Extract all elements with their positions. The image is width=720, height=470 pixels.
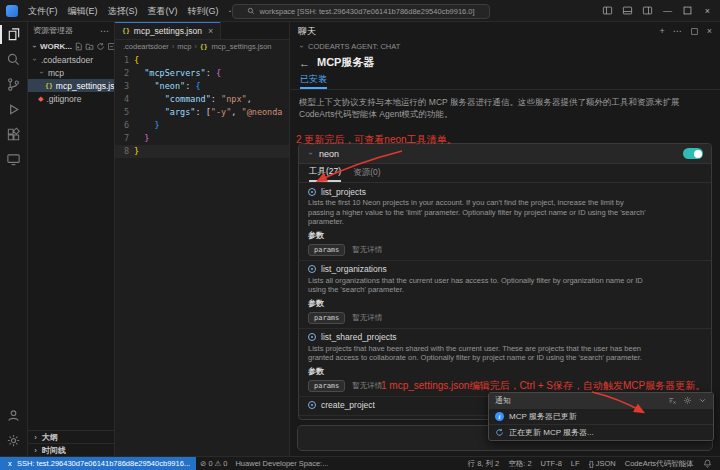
code-line[interactable]: 5 "args": ["-y", "@neonda bbox=[115, 106, 289, 119]
activity-item-run-debug[interactable] bbox=[0, 97, 28, 122]
command-center[interactable]: workspace [SSH: test.296430d7e06141b786d… bbox=[232, 4, 490, 19]
tree-item-.codeartsdoer[interactable]: ›.codeartsdoer bbox=[28, 53, 114, 66]
new-folder-icon[interactable] bbox=[85, 42, 94, 51]
tool-item-list_organizations[interactable]: list_organizationsLists all organization… bbox=[299, 261, 711, 329]
minimize-icon[interactable]: — bbox=[661, 4, 674, 17]
status-item[interactable]: 行 8, 列 2 bbox=[463, 459, 504, 469]
activity-item-search[interactable] bbox=[0, 47, 28, 72]
tool-description: Lists all organizations that the current… bbox=[308, 276, 702, 295]
tool-item-list_projects[interactable]: list_projectsLists the first 10 Neon pro… bbox=[299, 183, 711, 261]
chevron-down-icon: › bbox=[37, 69, 46, 76]
minimize-icon: — bbox=[663, 6, 672, 16]
code-line[interactable]: 4 "command": "npx", bbox=[115, 93, 289, 106]
maximize-icon[interactable] bbox=[681, 4, 694, 17]
activity-item-settings[interactable] bbox=[0, 428, 28, 453]
error-icon: ⊘ bbox=[200, 459, 206, 468]
code-text: } bbox=[134, 132, 149, 145]
mcp-page-header: ← MCP服务器 bbox=[290, 52, 720, 71]
chevron-down-icon: › bbox=[297, 43, 306, 50]
close-icon[interactable]: × bbox=[208, 26, 213, 36]
status-item[interactable]: UTF-8 bbox=[536, 459, 566, 468]
workspace-actions bbox=[74, 42, 115, 51]
menu-item[interactable]: 转到(G) bbox=[183, 0, 224, 22]
tree-item-label: .gitignore bbox=[46, 94, 81, 104]
breadcrumb-label: .codeartsdoer bbox=[123, 42, 169, 51]
annotation-note-2: 2 更新完后，可查看neon工具清单。 bbox=[296, 133, 457, 147]
more-icon[interactable]: ⋯ bbox=[673, 26, 682, 36]
info-icon: i bbox=[495, 412, 504, 421]
breadcrumb-item[interactable]: {} mcp_settings.json bbox=[200, 42, 272, 51]
server-tab-tools[interactable]: 工具(27) bbox=[309, 164, 341, 182]
remote-label: SSH: test.296430d7e06141b786d8e29540cb99… bbox=[17, 459, 190, 468]
breadcrumb-item[interactable]: mcp bbox=[177, 42, 191, 51]
close-icon[interactable]: × bbox=[701, 4, 714, 17]
tree-item-.gitignore[interactable]: ◆.gitignore bbox=[28, 92, 114, 105]
close-icon[interactable]: × bbox=[707, 26, 712, 36]
menu-item[interactable]: 选择(S) bbox=[103, 0, 143, 22]
maximize-icon[interactable] bbox=[690, 27, 699, 36]
code-line[interactable]: 3 "neon": { bbox=[115, 80, 289, 93]
chat-panel-title: 聊天 bbox=[298, 25, 316, 38]
activity-item-remote-explorer[interactable] bbox=[0, 147, 28, 172]
tool-name: list_organizations bbox=[321, 264, 387, 274]
activity-item-explorer[interactable] bbox=[0, 22, 28, 47]
status-item[interactable]: LF bbox=[566, 459, 584, 468]
notification-title: 通知 bbox=[495, 395, 511, 406]
sidebar-section-时间线[interactable]: ›时间线 bbox=[28, 443, 114, 456]
activity-item-account[interactable] bbox=[0, 403, 28, 428]
back-arrow-icon[interactable]: ← bbox=[299, 57, 310, 69]
notification-item[interactable]: 正在更新 MCP 服务器... bbox=[489, 424, 713, 440]
code-text: "args": ["-y", "@neonda bbox=[134, 106, 282, 119]
tool-param-row: params暂无详情 bbox=[308, 244, 702, 256]
refresh-icon[interactable] bbox=[96, 42, 105, 51]
activity-item-extensions[interactable] bbox=[0, 122, 28, 147]
code-line[interactable]: 1{ bbox=[115, 54, 289, 67]
tab-installed[interactable]: 已安装 bbox=[300, 71, 327, 89]
menu-item[interactable]: 查看(V) bbox=[143, 0, 183, 22]
tree-item-mcp_settings.json[interactable]: {}mcp_settings.json bbox=[28, 79, 114, 92]
chat-section-header[interactable]: › CODEARTS AGENT: CHAT bbox=[290, 40, 720, 52]
layout-right-icon[interactable] bbox=[641, 4, 654, 17]
code-line[interactable]: 2 "mcpServers": { bbox=[115, 67, 289, 80]
bell-icon[interactable] bbox=[698, 459, 716, 468]
more-icon[interactable]: ⋯ bbox=[100, 26, 109, 36]
tree-item-mcp[interactable]: ›mcp bbox=[28, 66, 114, 79]
activity-item-source-control[interactable] bbox=[0, 72, 28, 97]
clear-all-icon[interactable] bbox=[668, 396, 677, 405]
title-bar: 文件(F)编辑(E)选择(S)查看(V)转到(G)⋯ workspace [SS… bbox=[0, 0, 720, 22]
param-chip: params bbox=[308, 380, 345, 392]
problems-indicator[interactable]: ⊘0 ⚠0 bbox=[196, 459, 231, 468]
host-indicator[interactable]: Huawei Developer Space:... bbox=[231, 459, 332, 468]
sidebar-bottom-sections: ›大纲›时间线 bbox=[28, 430, 114, 456]
sidebar-section-大纲[interactable]: ›大纲 bbox=[28, 430, 114, 443]
new-file-icon[interactable] bbox=[74, 42, 83, 51]
layout-panel-icon[interactable] bbox=[621, 4, 634, 17]
server-card-header[interactable]: › neon bbox=[299, 144, 711, 164]
gear-icon[interactable] bbox=[683, 396, 692, 405]
menu-item[interactable]: 编辑(E) bbox=[63, 0, 103, 22]
explorer-title: 资源管理器 bbox=[33, 25, 73, 36]
collapse-all-icon[interactable] bbox=[107, 42, 115, 51]
menu-item[interactable]: 文件(F) bbox=[23, 0, 63, 22]
editor-tab-bar: {} mcp_settings.json × bbox=[115, 22, 289, 40]
server-tab-resources[interactable]: 资源(0) bbox=[353, 164, 380, 182]
layout-sidebar-icon[interactable] bbox=[601, 4, 614, 17]
title-bar-actions: —× bbox=[601, 4, 714, 17]
sync-icon bbox=[495, 428, 504, 437]
workspace-row[interactable]: › WORK... bbox=[28, 39, 114, 53]
editor-tab[interactable]: {} mcp_settings.json × bbox=[115, 22, 221, 39]
remote-indicator[interactable]: SSH: test.296430d7e06141b786d8e29540cb99… bbox=[0, 457, 196, 470]
code-line[interactable]: 6 } bbox=[115, 119, 289, 132]
status-item[interactable]: 空格: 2 bbox=[504, 459, 536, 469]
code-text: "command": "npx", bbox=[134, 93, 252, 106]
breadcrumb-item[interactable]: .codeartsdoer bbox=[123, 42, 169, 51]
new-chat-icon[interactable]: + bbox=[659, 26, 664, 36]
server-enabled-toggle[interactable] bbox=[683, 148, 703, 159]
notification-item[interactable]: iMCP 服务器已更新 bbox=[489, 408, 713, 424]
code-editor[interactable]: 1{2 "mcpServers": {3 "neon": {4 "command… bbox=[115, 53, 289, 158]
code-line[interactable]: 8} bbox=[115, 145, 289, 158]
status-item[interactable]: {} JSON bbox=[584, 459, 620, 468]
status-item[interactable]: CodeArts代码智能体 bbox=[620, 459, 698, 469]
chevron-down-icon[interactable] bbox=[698, 396, 707, 405]
code-line[interactable]: 7 } bbox=[115, 132, 289, 145]
